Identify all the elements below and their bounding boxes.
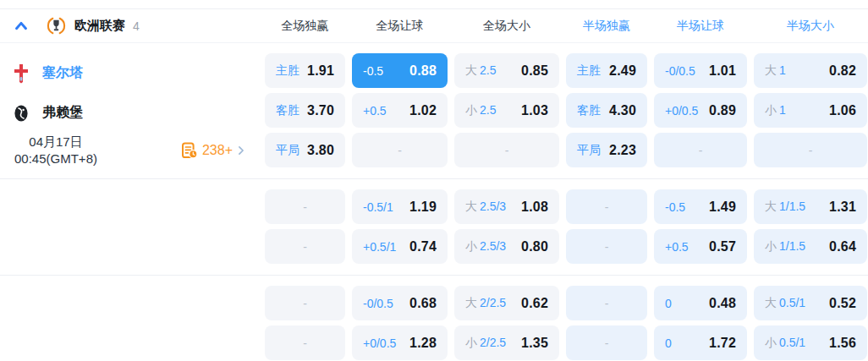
- odds-cell-empty: -: [265, 286, 345, 320]
- odds-value: 1.08: [521, 200, 548, 215]
- odds-label: -0/0.5: [363, 297, 393, 310]
- no-odds-dash: -: [605, 336, 609, 350]
- odds-label: +0/0.5: [363, 336, 396, 350]
- odds-cell[interactable]: 平局2.23: [566, 133, 647, 167]
- no-odds-dash: -: [605, 200, 609, 214]
- over-under-prefix: 小: [765, 103, 777, 117]
- home-team-crest-icon: [11, 63, 31, 85]
- markets-count: 238+: [202, 143, 233, 158]
- odds-cell[interactable]: 客胜4.30: [566, 93, 647, 128]
- odds-value: 1.19: [409, 200, 437, 215]
- odds-cell[interactable]: -0/0.51.01: [654, 53, 747, 88]
- kickoff-clock: 00:45(GMT+8): [0, 150, 112, 167]
- odds-label: 大2.5/3: [465, 200, 506, 215]
- odds-cell[interactable]: 小0.5/11.56: [754, 325, 867, 360]
- no-odds-dash: -: [605, 297, 609, 310]
- odds-cell[interactable]: 01.72: [654, 325, 747, 360]
- collapse-league-button[interactable]: [10, 15, 32, 37]
- over-under-prefix: 小: [465, 336, 477, 349]
- markets-doc-icon: [181, 142, 198, 159]
- odds-cell[interactable]: +0.51.02: [352, 93, 448, 128]
- over-under-prefix: 大: [465, 200, 477, 213]
- odds-value: 1.28: [409, 336, 437, 351]
- odds-cell[interactable]: 大2/2.50.62: [454, 286, 559, 320]
- odds-cell-empty: -: [566, 229, 647, 264]
- odds-value: 1.01: [709, 63, 736, 79]
- odds-value: 4.30: [609, 103, 636, 118]
- odds-cell[interactable]: 大2.5/31.08: [454, 189, 559, 224]
- odds-cell-empty: -: [265, 325, 345, 360]
- odds-label: 客胜: [577, 103, 601, 118]
- match-info-spacer: [0, 286, 258, 360]
- odds-label: 主胜: [577, 63, 601, 79]
- match-info-pane: 塞尔塔 弗赖堡 04月17日 00:45(GMT+8: [0, 53, 258, 167]
- odds-label: 0: [665, 297, 672, 310]
- league-header-left: 欧洲联赛 4: [0, 15, 258, 37]
- chevron-right-icon: [235, 145, 247, 156]
- odds-cell[interactable]: -0.51.49: [654, 189, 747, 224]
- odds-label: 大2.5: [465, 63, 496, 79]
- odds-cell[interactable]: 小11.06: [754, 93, 867, 128]
- league-title: 欧洲联赛: [74, 18, 125, 34]
- odds-cell-empty: -: [566, 286, 647, 320]
- no-odds-dash: -: [605, 240, 609, 254]
- odds-value: 3.80: [307, 143, 334, 158]
- column-header-5: 半场让球: [654, 19, 747, 34]
- odds-cell[interactable]: 小2/2.51.35: [454, 325, 559, 360]
- odds-cell-empty: -: [265, 189, 345, 224]
- odds-cell[interactable]: -0.5/11.19: [352, 189, 448, 224]
- odds-cell[interactable]: +0.50.57: [654, 229, 747, 264]
- more-markets-link[interactable]: 238+: [181, 142, 247, 159]
- odds-label: -0.5: [665, 200, 685, 214]
- odds-cell-empty: -: [654, 133, 747, 167]
- odds-value: 2.23: [609, 143, 636, 158]
- odds-label: -0.5/1: [363, 200, 393, 214]
- odds-cell[interactable]: 主胜1.91: [265, 53, 345, 88]
- odds-value: 1.56: [829, 336, 856, 351]
- odds-cell[interactable]: 大0.5/10.52: [754, 286, 867, 320]
- odds-cell-empty: -: [566, 325, 647, 360]
- no-odds-dash: -: [303, 200, 307, 214]
- odds-value: 0.64: [829, 239, 856, 254]
- odds-label: 客胜: [276, 103, 299, 118]
- odds-cell[interactable]: +0.5/10.74: [352, 229, 448, 264]
- odds-value: 1.35: [521, 336, 548, 351]
- odds-cell[interactable]: 大2.50.85: [454, 53, 559, 88]
- odds-cell[interactable]: 大1/1.51.31: [754, 189, 867, 224]
- odds-label: +0.5/1: [363, 240, 396, 254]
- odds-cell[interactable]: -0.50.88: [352, 53, 448, 88]
- league-match-count: 4: [133, 19, 140, 33]
- odds-cell[interactable]: +0/0.50.89: [654, 93, 747, 128]
- odds-group-2: --0.5/11.19大2.5/31.08--0.51.49大1/1.51.31…: [0, 178, 868, 275]
- column-header-1: 全场独赢: [265, 19, 345, 34]
- odds-value: 0.68: [409, 296, 437, 311]
- odds-cell[interactable]: 小2.51.03: [454, 93, 559, 128]
- odds-cell[interactable]: 平局3.80: [265, 133, 345, 167]
- odds-cell-empty: -: [566, 189, 647, 224]
- odds-value: 0.48: [709, 296, 736, 311]
- odds-label: +0.5: [665, 240, 689, 254]
- odds-cell[interactable]: 大10.82: [754, 53, 867, 88]
- over-under-prefix: 小: [465, 103, 477, 117]
- odds-cell[interactable]: 小1/1.50.64: [754, 229, 867, 264]
- odds-cell[interactable]: +0/0.51.28: [352, 325, 448, 360]
- odds-value: 0.89: [709, 103, 736, 118]
- column-header-6: 半场大小: [754, 19, 867, 34]
- away-team-row: 弗赖堡: [0, 93, 258, 133]
- odds-label: -0.5: [363, 64, 383, 78]
- odds-cell[interactable]: -0/0.50.68: [352, 286, 448, 320]
- odds-value: 1.72: [709, 336, 736, 351]
- column-header-2: 全场让球: [352, 19, 448, 34]
- no-odds-dash: -: [505, 144, 509, 157]
- odds-label: 0: [665, 336, 672, 350]
- odds-cell[interactable]: 00.48: [654, 286, 747, 320]
- odds-cell[interactable]: 客胜3.70: [265, 93, 345, 128]
- no-odds-dash: -: [809, 144, 813, 157]
- home-team-name: 塞尔塔: [42, 64, 83, 82]
- kickoff-time: 04月17日 00:45(GMT+8): [0, 134, 112, 167]
- chevron-up-icon: [12, 17, 30, 36]
- odds-value: 0.80: [521, 239, 548, 254]
- odds-cell[interactable]: 主胜2.49: [566, 53, 647, 88]
- column-header-3: 全场大小: [454, 19, 559, 34]
- odds-cell[interactable]: 小2.5/30.80: [454, 229, 559, 264]
